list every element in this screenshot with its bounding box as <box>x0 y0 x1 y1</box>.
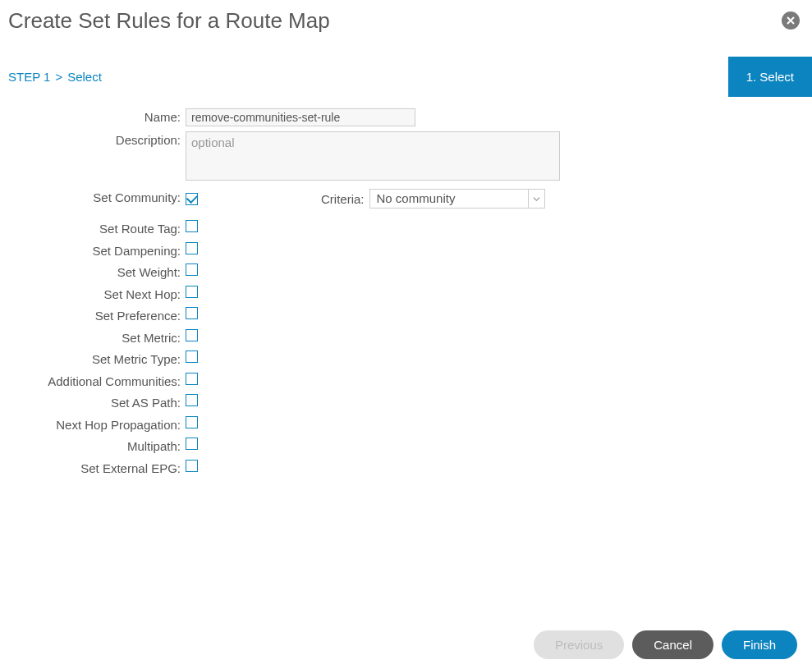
set-route-tag-checkbox[interactable] <box>186 220 198 232</box>
cancel-button[interactable]: Cancel <box>632 630 713 659</box>
breadcrumb-sep: > <box>55 70 62 84</box>
set-external-epg-label: Set External EPG: <box>0 460 186 478</box>
dialog-title: Create Set Rules for a Route Map <box>8 8 330 34</box>
breadcrumb-step: STEP 1 <box>8 70 50 84</box>
multipath-checkbox[interactable] <box>186 438 198 450</box>
additional-communities-label: Additional Communities: <box>0 373 186 391</box>
finish-button[interactable]: Finish <box>722 630 797 659</box>
additional-communities-checkbox[interactable] <box>186 373 198 385</box>
breadcrumb-page: Select <box>67 70 102 84</box>
criteria-select-value: No community <box>370 190 528 208</box>
set-metric-type-label: Set Metric Type: <box>0 351 186 369</box>
set-as-path-checkbox[interactable] <box>186 394 198 406</box>
set-metric-type-checkbox[interactable] <box>186 351 198 363</box>
set-next-hop-label: Set Next Hop: <box>0 286 186 304</box>
set-dampening-checkbox[interactable] <box>186 242 198 254</box>
set-weight-label: Set Weight: <box>0 263 186 282</box>
criteria-select-button[interactable] <box>528 190 544 208</box>
set-next-hop-checkbox[interactable] <box>186 286 198 298</box>
set-community-checkbox[interactable] <box>186 193 198 205</box>
set-metric-checkbox[interactable] <box>186 329 198 341</box>
set-weight-checkbox[interactable] <box>186 263 198 276</box>
set-dampening-label: Set Dampening: <box>0 242 186 260</box>
set-preference-label: Set Preference: <box>0 307 186 325</box>
next-hop-propagation-label: Next Hop Propagation: <box>0 416 186 434</box>
name-input[interactable] <box>186 108 415 126</box>
description-input[interactable] <box>186 131 560 181</box>
set-route-tag-label: Set Route Tag: <box>0 220 186 238</box>
set-community-label: Set Community: <box>0 189 186 207</box>
set-metric-label: Set Metric: <box>0 329 186 347</box>
criteria-select[interactable]: No community <box>369 189 545 208</box>
previous-button: Previous <box>534 630 624 659</box>
step-indicator: 1. Select <box>728 57 812 97</box>
set-preference-checkbox[interactable] <box>186 307 198 319</box>
footer-buttons: Previous Cancel Finish <box>534 630 797 659</box>
multipath-label: Multipath: <box>0 438 186 456</box>
close-icon <box>786 16 796 25</box>
next-hop-propagation-checkbox[interactable] <box>186 416 198 428</box>
set-as-path-label: Set AS Path: <box>0 394 186 412</box>
description-label: Description: <box>0 131 186 149</box>
close-button[interactable] <box>782 11 800 30</box>
breadcrumb: STEP 1 > Select <box>8 70 102 84</box>
criteria-label: Criteria: <box>321 192 365 206</box>
set-external-epg-checkbox[interactable] <box>186 460 198 472</box>
name-label: Name: <box>0 108 186 126</box>
chevron-down-icon <box>533 195 540 203</box>
